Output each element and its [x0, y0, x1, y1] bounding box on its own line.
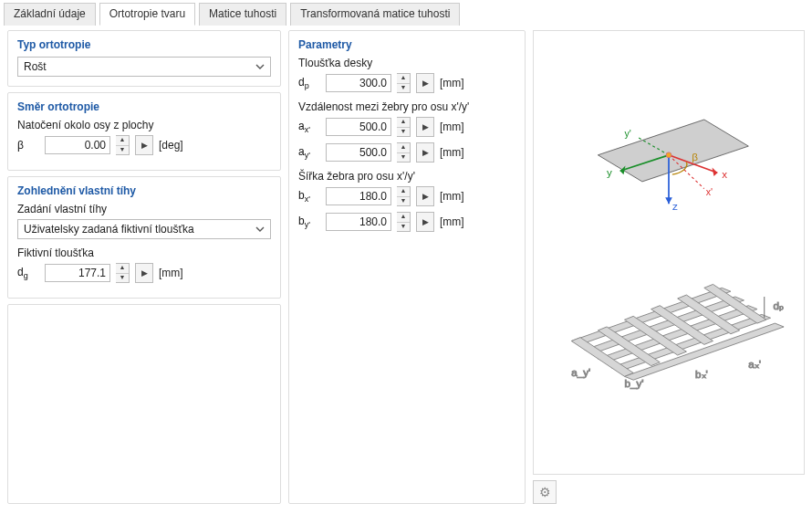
- panel-self-weight: Zohlednění vlastní tíhy Zadání vlastní t…: [7, 176, 281, 299]
- svg-text:b_y': b_y': [625, 377, 644, 389]
- select-sw-method-value: Uživatelsky zadaná fiktivní tloušťka: [24, 223, 254, 236]
- panel-orthotropy-type: Typ ortotropie Rošt: [7, 30, 281, 87]
- heading-orthotropy-type: Typ ortotropie: [17, 38, 271, 51]
- symbol-dp: dp: [298, 76, 320, 90]
- svg-text:x: x: [722, 168, 727, 180]
- panel-orthotropy-direction: Směr ortotropie Natočení okolo osy z plo…: [7, 92, 281, 171]
- svg-text:y: y: [607, 166, 612, 178]
- input-bx[interactable]: 180.0: [326, 187, 391, 205]
- step-button-dp[interactable]: ▶: [416, 73, 434, 93]
- label-rotation: Natočení okolo osy z plochy: [17, 119, 271, 131]
- input-by[interactable]: 180.0: [326, 213, 391, 231]
- label-rib-distance: Vzdálenost mezi žebry pro osu x'/y': [298, 100, 515, 113]
- svg-marker-12: [665, 197, 672, 204]
- view-settings-button[interactable]: ⚙: [533, 480, 557, 504]
- label-rib-width: Šířka žebra pro osu x'/y': [298, 170, 515, 183]
- step-button-ax[interactable]: ▶: [416, 117, 434, 137]
- step-button-beta[interactable]: ▶: [135, 135, 153, 155]
- symbol-by: by': [298, 215, 320, 229]
- symbol-beta: β: [17, 139, 39, 152]
- step-button-dg[interactable]: ▶: [135, 263, 153, 283]
- spinner-ay[interactable]: ▲▼: [397, 142, 411, 163]
- select-orthotropy-type[interactable]: Rošt: [17, 57, 271, 77]
- svg-text:aₓ': aₓ': [748, 358, 761, 370]
- spinner-beta[interactable]: ▲▼: [116, 135, 130, 155]
- spinner-by[interactable]: ▲▼: [397, 212, 411, 232]
- select-sw-method[interactable]: Uživatelsky zadaná fiktivní tloušťka: [17, 219, 271, 239]
- input-dp[interactable]: 300.0: [326, 74, 391, 92]
- tab-stiffness-matrix[interactable]: Matice tuhosti: [199, 3, 286, 26]
- spinner-ax[interactable]: ▲▼: [397, 117, 411, 137]
- step-button-ay[interactable]: ▶: [416, 142, 434, 163]
- heading-self-weight: Zohlednění vlastní tíhy: [17, 184, 271, 197]
- spinner-dp[interactable]: ▲▼: [397, 73, 411, 93]
- step-button-by[interactable]: ▶: [416, 212, 434, 232]
- tab-bar: Základní údaje Ortotropie tvaru Matice t…: [0, 0, 812, 25]
- svg-text:x': x': [706, 186, 713, 197]
- symbol-bx: bx': [298, 189, 320, 204]
- unit-mm: [mm]: [440, 190, 464, 203]
- label-sw-method: Zadání vlastní tíhy: [17, 203, 271, 215]
- spinner-dg[interactable]: ▲▼: [116, 263, 130, 283]
- symbol-dg: dg: [17, 266, 39, 280]
- svg-text:β: β: [692, 151, 698, 163]
- heading-parameters: Parametry: [298, 38, 515, 51]
- label-plate-thickness: Tloušťka desky: [298, 57, 515, 69]
- tab-orthotropy-shape[interactable]: Ortotropie tvaru: [99, 3, 195, 26]
- input-dg[interactable]: 177.1: [45, 264, 110, 282]
- svg-text:z: z: [672, 200, 678, 212]
- step-button-bx[interactable]: ▶: [416, 186, 434, 206]
- panel-left-empty: [7, 304, 281, 504]
- input-beta[interactable]: 0.00: [45, 136, 110, 154]
- svg-text:bₓ': bₓ': [695, 368, 708, 380]
- svg-text:dₚ: dₚ: [773, 299, 783, 311]
- unit-mm: [mm]: [440, 121, 464, 133]
- input-ax[interactable]: 500.0: [326, 118, 391, 136]
- gear-icon: ⚙: [539, 485, 551, 499]
- chevron-down-icon: [254, 223, 266, 236]
- preview-pane: x x' y y' z β: [533, 30, 805, 475]
- unit-mm: [mm]: [440, 146, 464, 159]
- label-fictive-thickness: Fiktivní tloušťka: [17, 247, 271, 259]
- unit-mm: [mm]: [159, 267, 183, 279]
- input-ay[interactable]: 500.0: [326, 143, 391, 162]
- symbol-ay: ay': [298, 145, 320, 160]
- tab-basic[interactable]: Základní údaje: [4, 3, 96, 26]
- unit-mm: [mm]: [440, 77, 464, 89]
- spinner-bx[interactable]: ▲▼: [397, 186, 411, 206]
- tab-transformed-matrix[interactable]: Transformovaná matice tuhosti: [290, 3, 460, 26]
- chevron-down-icon: [254, 60, 266, 73]
- panel-parameters: Parametry Tloušťka desky dp 300.0 ▲▼ ▶ […: [288, 30, 526, 504]
- symbol-ax: ax': [298, 120, 320, 134]
- select-orthotropy-type-value: Rošt: [24, 60, 254, 73]
- svg-text:y': y': [625, 128, 631, 139]
- unit-deg: [deg]: [159, 139, 183, 152]
- svg-text:a_y': a_y': [571, 366, 590, 378]
- svg-point-15: [666, 152, 671, 158]
- unit-mm: [mm]: [440, 215, 464, 228]
- heading-orthotropy-direction: Směr ortotropie: [17, 100, 271, 113]
